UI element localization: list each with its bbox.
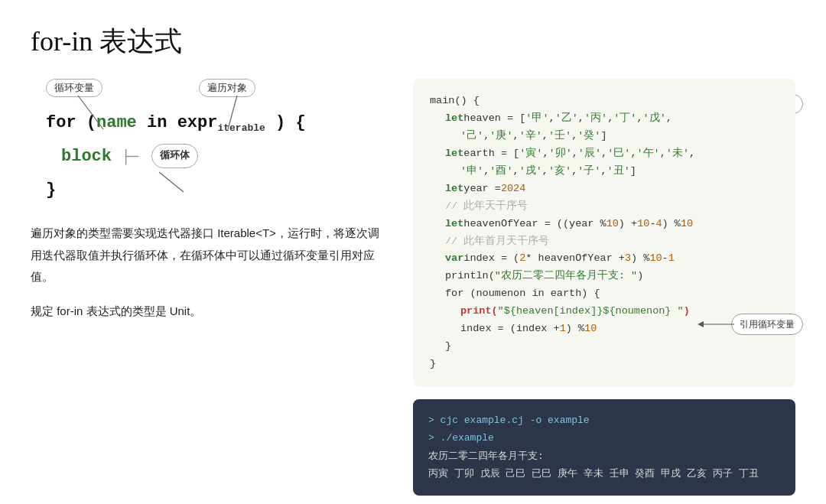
code-line-1: let heaven = ['甲', '乙', '丙', '丁', '戊', — [430, 110, 779, 128]
rule-text: 规定 for-in 表达式的类型是 Unit。 — [31, 301, 382, 323]
code-line-14: } — [430, 338, 779, 356]
code-line-2: '己', '庚', '辛', '壬', '癸'] — [430, 128, 779, 145]
code-line-7: let heavenOfYear = ((year % 10) + 10 - 4… — [430, 216, 779, 233]
terminal-line-0: > cjc example.cj -o example — [428, 411, 780, 429]
right-panel: Array<T> 已实现了 Iterable<T> 接口 引用循环变量 main… — [413, 79, 795, 496]
title-cn: 表达式 — [99, 25, 182, 57]
annotation-iterable-obj: 遍历对象 — [199, 79, 255, 97]
code-block: 引用循环变量 main() { let heaven = ['甲', '乙', … — [413, 79, 795, 387]
code-line-3: let earth = ['寅', '卯', '辰', '巳', '午', '未… — [430, 145, 779, 163]
code-line-6: // 此年天干序号 — [430, 198, 779, 216]
code-line-0: main() { — [430, 93, 779, 110]
description-text: 遍历对象的类型需要实现迭代器接口 Iterable<T>，运行时，将逐次调用迭代… — [31, 223, 382, 288]
terminal-line-3: 丙寅 丁卯 戊辰 己巳 已巳 庚午 辛未 壬申 癸酉 甲戌 乙亥 丙子 丁丑 — [428, 465, 780, 483]
terminal-line-1: > ./example — [428, 429, 780, 447]
code-line-4: '申', '酉', '戌', '亥', '子', '丑'] — [430, 163, 779, 180]
code-line-5: let year = 2024 — [430, 180, 779, 198]
terminal-line-2: 农历二零二四年各月干支: — [428, 447, 780, 465]
code-wrapper: Array<T> 已实现了 Iterable<T> 接口 引用循环变量 main… — [413, 79, 795, 387]
annotation-loop-body: 循环体 — [151, 144, 198, 168]
terminal-block: > cjc example.cj -o example > ./example … — [413, 399, 795, 496]
code-line-8: // 此年首月天干序号 — [430, 233, 779, 251]
syntax-code: for (name in expriterable ) { block ├─ 循… — [31, 106, 382, 207]
code-line-11: for (noumenon in earth) { — [430, 285, 779, 303]
code-line-10: println("农历二零二四年各月干支: ") — [430, 268, 779, 285]
annotation-loop-var: 循环变量 — [46, 79, 102, 97]
code-line-15: } — [430, 356, 779, 373]
code-line-9: var index = (2 * heavenOfYear + 3) % 10 … — [430, 250, 779, 268]
syntax-diagram: 循环变量 遍历对象 for (name in expriterable ) { — [31, 79, 382, 215]
left-panel: 循环变量 遍历对象 for (name in expriterable ) { — [31, 79, 382, 322]
code-line-13: index = (index + 1) % 10 — [430, 320, 779, 338]
code-line-12: print("${heaven[index]}${noumenon} ") — [430, 303, 779, 320]
title-en: for-in — [31, 26, 93, 57]
page-title: for-in 表达式 — [31, 23, 795, 60]
main-layout: 循环变量 遍历对象 for (name in expriterable ) { — [31, 79, 795, 496]
